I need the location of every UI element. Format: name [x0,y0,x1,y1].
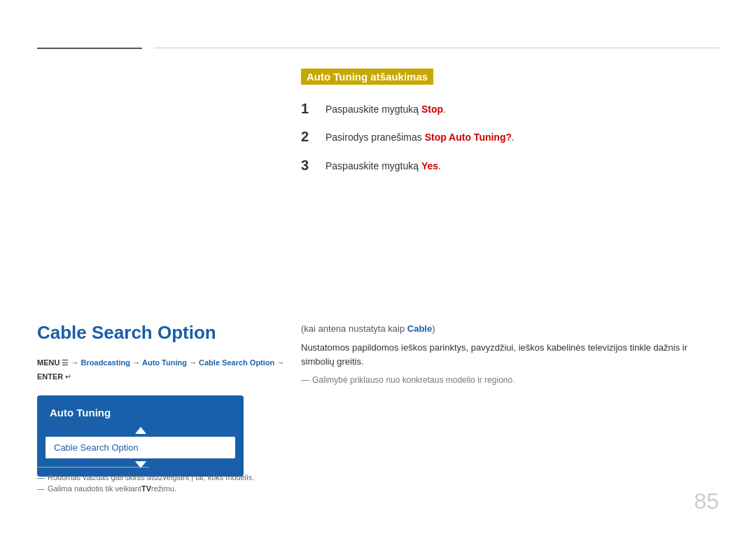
step-2-text: Pasirodys pranešimas Stop Auto Tuning?. [326,128,514,145]
top-rule-left [37,48,142,49]
step-1-text-before: Paspauskite mygtuką [326,104,421,115]
cable-desc-note: Galimybė priklauso nuo konkretaus modeli… [301,375,721,385]
menu-arrow: → [71,358,81,367]
cable-search-section: Cable Search Option MENU ☰ → Broadcastin… [37,322,303,477]
footnote-2: Galima naudotis tik veikiant TV režimu. [37,484,282,493]
cable-desc-section: (kai antena nustatyta kaip Cable) Nustat… [301,323,721,385]
step-3-number: 3 [301,157,326,174]
step-3: 3 Paspauskite mygtuką Yes. [301,157,721,174]
step-2-highlight: Stop Auto Tuning? [425,132,512,143]
page-container: Auto Tuning atšaukimas 1 Paspauskite myg… [0,0,756,534]
step-1: 1 Paspauskite mygtuką Stop. [301,100,721,117]
menu-arrow2: → [132,358,142,367]
section-title: Auto Tuning atšaukimas [301,69,433,85]
cable-desc-line1-before: (kai antena nustatyta kaip [301,323,407,334]
footnotes-section: Rodomas vaizdas gali skirtis atsižvelgia… [37,467,282,496]
step-2-text-after: . [512,132,514,143]
footnote-1-text: Rodomas vaizdas gali skirtis atsižvelgia… [48,473,254,482]
cable-desc-line1-after: ) [432,323,435,334]
cable-desc-line1-highlight: Cable [407,323,432,334]
menu-auto-tuning: Auto Tuning [142,358,187,367]
menu-arrow3: → [189,358,199,367]
step-3-highlight: Yes [421,160,438,171]
cable-search-title: Cable Search Option [37,322,303,344]
step-1-number: 1 [301,100,326,117]
menu-path: MENU ☰ → Broadcasting → Auto Tuning → Ca… [37,356,303,384]
step-1-highlight: Stop [421,104,443,115]
arrow-up-icon [135,427,146,434]
tv-ui-title: Auto Tuning [37,402,244,426]
step-1-text: Paspauskite mygtuką Stop. [326,100,446,117]
enter-icon: ↵ [65,372,71,381]
footnote-1: Rodomas vaizdas gali skirtis atsižvelgia… [37,473,282,482]
tv-ui-arrow-up [37,426,244,437]
page-number: 85 [694,489,719,514]
tv-ui-selected-item[interactable]: Cable Search Option [46,437,235,458]
footnote-2-text-after: režimu. [151,484,176,493]
cable-desc-line2: Nustatomos papildomos ieškos parinktys, … [301,341,721,368]
step-2: 2 Pasirodys pranešimas Stop Auto Tuning?… [301,128,721,145]
steps-list: 1 Paspauskite mygtuką Stop. 2 Pasirodys … [301,100,721,174]
footnote-2-text-before: Galima naudotis tik veikiant [48,484,141,493]
cable-desc-line1: (kai antena nustatyta kaip Cable) [301,323,721,334]
menu-cable-search: Cable Search Option [199,358,274,367]
menu-broadcasting: Broadcasting [81,358,130,367]
step-3-text-after: . [438,160,441,171]
step-3-text-before: Paspauskite mygtuką [326,160,421,171]
step-3-text: Paspauskite mygtuką Yes. [326,157,441,174]
footnote-rule [37,467,149,468]
tv-ui-box: Auto Tuning Cable Search Option [37,395,244,477]
footnote-2-highlight: TV [141,484,151,493]
step-2-number: 2 [301,128,326,145]
menu-label: MENU [37,358,62,367]
menu-arrow4: → [276,358,284,367]
menu-icon: ☰ [62,358,69,367]
step-2-text-before: Pasirodys pranešimas [326,132,425,143]
enter-label: ENTER [37,372,65,381]
top-rule-right [154,48,720,48]
auto-tuning-section: Auto Tuning atšaukimas 1 Paspauskite myg… [301,69,721,185]
step-1-text-after: . [443,104,446,115]
